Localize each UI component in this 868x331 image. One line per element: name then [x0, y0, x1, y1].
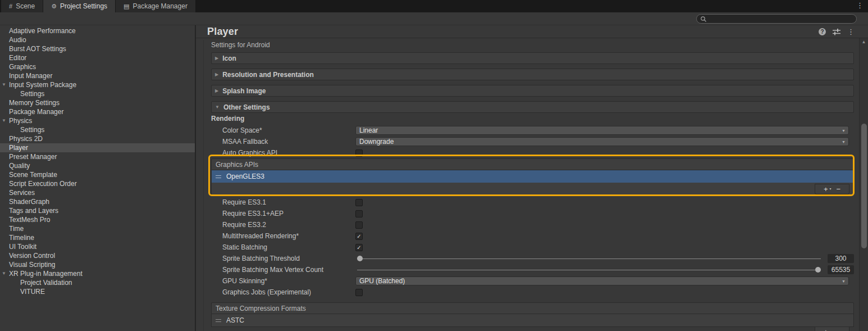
sidebar-item-player[interactable]: Player: [0, 143, 195, 152]
sprite-batching-max-vertex-slider[interactable]: [357, 265, 821, 274]
setting-label: Require ES3.1: [211, 198, 355, 206]
sidebar-item-version-control[interactable]: Version Control: [0, 251, 195, 260]
sidebar-item-settings[interactable]: Settings: [0, 89, 195, 98]
auto-graphics-api-checkbox[interactable]: [355, 149, 363, 157]
preset-icon[interactable]: [833, 28, 840, 35]
sidebar-item-label: Input System Package: [9, 81, 76, 89]
sidebar-item-label: Script Execution Order: [9, 180, 77, 188]
graphics-jobs-checkbox[interactable]: [355, 289, 363, 296]
sidebar-item-settings[interactable]: Settings: [0, 125, 195, 134]
setting-row-gpu-skinning: GPU Skinning* GPU (Batched) ▼: [211, 276, 854, 285]
remove-item-button[interactable]: −: [837, 185, 841, 193]
sidebar-item-textmesh-pro[interactable]: TextMesh Pro: [0, 215, 195, 224]
sidebar-item-viture[interactable]: VITURE: [0, 287, 195, 296]
add-item-button[interactable]: +▾: [824, 328, 828, 331]
list-header-label: Graphics APIs: [216, 161, 258, 169]
sidebar-item-ui-toolkit[interactable]: UI Toolkit: [0, 242, 195, 251]
msaa-fallback-dropdown[interactable]: Downgrade ▼: [355, 137, 849, 146]
sidebar-item-services[interactable]: Services: [0, 188, 195, 197]
list-item-label: OpenGLES3: [226, 173, 264, 180]
slider-knob[interactable]: [815, 267, 821, 273]
section-icon[interactable]: ▶Icon: [211, 52, 854, 64]
scroll-up-icon[interactable]: ▲: [860, 39, 868, 44]
panel-menu-icon[interactable]: ⋮: [847, 28, 855, 36]
sidebar-item-scene-template[interactable]: Scene Template: [0, 170, 195, 179]
sidebar-item-shadergraph[interactable]: ShaderGraph: [0, 197, 195, 206]
sidebar-item-physics[interactable]: ▼Physics: [0, 116, 195, 125]
sprite-batching-threshold-value[interactable]: 300: [828, 254, 854, 263]
sidebar-item-label: Physics: [9, 117, 32, 125]
checkbox[interactable]: ✓: [355, 233, 363, 240]
sidebar-item-input-manager[interactable]: Input Manager: [0, 71, 195, 80]
sidebar-item-label: Settings: [20, 90, 44, 98]
drag-handle-icon[interactable]: [216, 175, 221, 178]
setting-label: MSAA Fallback: [211, 138, 355, 146]
tab-project-settings[interactable]: ⚙ Project Settings: [43, 0, 115, 12]
sidebar-item-burst-aot-settings[interactable]: Burst AOT Settings: [0, 44, 195, 53]
sidebar-item-adaptive-performance[interactable]: Adaptive Performance: [0, 26, 195, 35]
graphics-apis-header: Graphics APIs: [211, 158, 854, 170]
sidebar-item-editor[interactable]: Editor: [0, 53, 195, 62]
window-menu-icon[interactable]: ⋮: [856, 1, 864, 10]
remove-item-button[interactable]: −: [837, 328, 841, 331]
sidebar-item-label: Quality: [9, 162, 30, 170]
sidebar-item-tags-and-layers[interactable]: Tags and Layers: [0, 206, 195, 215]
section-splash-image[interactable]: ▶Splash Image: [211, 85, 854, 97]
window-tab-bar: # Scene ⚙ Project Settings ▤ Package Man…: [0, 0, 868, 12]
section-other-settings[interactable]: ▼ Other Settings: [211, 101, 854, 113]
list-footer: +▾ −: [815, 184, 849, 194]
sidebar-item-xr-plug-in-management[interactable]: ▼XR Plug-in Management: [0, 269, 195, 278]
setting-row-sprite-batching-threshold: Sprite Batching Threshold 300: [211, 254, 854, 263]
vertical-scrollbar[interactable]: ▲: [859, 38, 868, 331]
section-resolution-and-presentation[interactable]: ▶Resolution and Presentation: [211, 69, 854, 80]
sidebar-item-graphics[interactable]: Graphics: [0, 62, 195, 71]
tab-scene[interactable]: # Scene: [1, 0, 43, 12]
add-item-button[interactable]: +▾: [824, 185, 828, 193]
tab-package-manager[interactable]: ▤ Package Manager: [116, 0, 195, 12]
checkbox[interactable]: [355, 221, 363, 229]
color-space-dropdown[interactable]: Linear ▼: [355, 126, 849, 135]
sprite-batching-max-vertex-value[interactable]: 65535: [828, 265, 854, 274]
panel-header: Player ? ⋮: [196, 25, 868, 38]
sidebar-item-visual-scripting[interactable]: Visual Scripting: [0, 260, 195, 269]
texture-compression-list: Texture Compression Formats ASTC +▾ −: [211, 302, 854, 327]
unity-project-settings-window: # Scene ⚙ Project Settings ▤ Package Man…: [0, 0, 868, 331]
drag-handle-icon[interactable]: [216, 319, 221, 322]
content-area: Adaptive PerformanceAudioBurst AOT Setti…: [0, 25, 868, 331]
sidebar-item-label: Audio: [9, 36, 26, 44]
foldout-open-icon[interactable]: ▼: [2, 80, 6, 89]
checkbox[interactable]: ✓: [355, 244, 363, 251]
sidebar-item-time[interactable]: Time: [0, 224, 195, 233]
sprite-batching-threshold-slider[interactable]: [357, 254, 821, 263]
slider-knob[interactable]: [357, 256, 363, 261]
foldout-open-icon[interactable]: ▼: [2, 269, 6, 278]
setting-label: Color Space*: [211, 126, 355, 134]
checkbox[interactable]: [355, 210, 363, 217]
sidebar-item-package-manager[interactable]: Package Manager: [0, 107, 195, 116]
sidebar-item-label: Adaptive Performance: [9, 27, 76, 35]
sidebar-item-physics-2d[interactable]: Physics 2D: [0, 134, 195, 143]
sidebar-item-input-system-package[interactable]: ▼Input System Package: [0, 80, 195, 89]
sidebar-item-preset-manager[interactable]: Preset Manager: [0, 152, 195, 161]
sidebar-item-audio[interactable]: Audio: [0, 35, 195, 44]
tab-label: Package Manager: [133, 2, 187, 10]
scrollbar-thumb[interactable]: [861, 124, 867, 248]
list-item-opengles3[interactable]: OpenGLES3: [212, 170, 853, 183]
settings-category-sidebar: Adaptive PerformanceAudioBurst AOT Setti…: [0, 25, 196, 331]
toolbar: [0, 12, 868, 25]
indent-guide: [203, 40, 204, 331]
sidebar-item-script-execution-order[interactable]: Script Execution Order: [0, 179, 195, 188]
list-item-astc[interactable]: ASTC: [212, 314, 853, 327]
sidebar-item-project-validation[interactable]: Project Validation: [0, 278, 195, 287]
sidebar-item-timeline[interactable]: Timeline: [0, 233, 195, 242]
gpu-skinning-dropdown[interactable]: GPU (Batched) ▼: [355, 276, 849, 285]
help-icon[interactable]: ?: [819, 28, 826, 35]
search-input[interactable]: [707, 16, 856, 22]
checkbox[interactable]: [355, 199, 363, 206]
sidebar-item-quality[interactable]: Quality: [0, 161, 195, 170]
foldout-open-icon[interactable]: ▼: [2, 116, 6, 125]
dropdown-value: Downgrade: [359, 138, 394, 146]
gear-icon: ⚙: [51, 3, 57, 10]
sidebar-item-memory-settings[interactable]: Memory Settings: [0, 98, 195, 107]
search-box[interactable]: [696, 14, 857, 24]
